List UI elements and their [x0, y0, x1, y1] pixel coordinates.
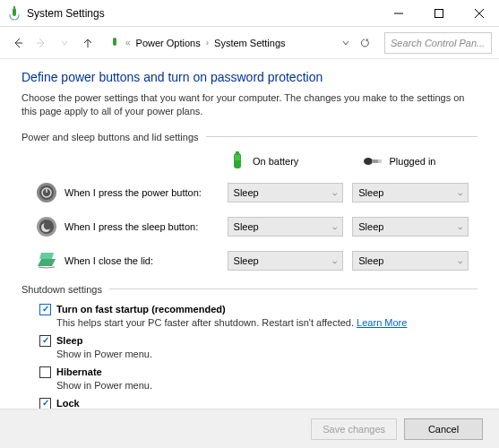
refresh-button[interactable]: [356, 34, 374, 52]
lid-icon: [36, 250, 57, 271]
up-button[interactable]: [77, 32, 99, 54]
sd-desc: This helps start your PC faster after sh…: [56, 317, 477, 328]
cancel-button[interactable]: Cancel: [404, 418, 483, 440]
row-close-lid: When I close the lid: Sleep⌵ Sleep⌵: [22, 250, 477, 271]
col-plugged: Plugged in: [363, 151, 478, 171]
window-title: System Settings: [27, 7, 378, 20]
checkbox-hibernate[interactable]: [39, 366, 51, 378]
battery-icon: [229, 151, 245, 171]
chevron-right-icon: ›: [204, 38, 211, 47]
sd-title: Hibernate: [56, 366, 102, 377]
sd-title: Lock: [56, 398, 80, 409]
maximize-button[interactable]: [418, 0, 459, 26]
minimize-button[interactable]: [378, 0, 418, 26]
chevron-down-icon: ⌵: [332, 222, 337, 231]
chevron-left-icon: «: [124, 38, 133, 47]
power-button-icon: [36, 182, 57, 203]
chevron-down-icon: ⌵: [458, 222, 462, 231]
row-power-button: When I press the power button: Sleep⌵ Sl…: [22, 182, 477, 203]
lid-plugged-select[interactable]: Sleep⌵: [352, 251, 469, 271]
svg-point-13: [364, 158, 373, 165]
sd-desc: Show in Power menu.: [56, 349, 477, 359]
save-button[interactable]: Save changes: [311, 418, 397, 440]
setting-label: When I press the sleep button:: [65, 221, 228, 232]
checkbox-sleep[interactable]: ✓: [39, 335, 51, 347]
checkbox-lock[interactable]: ✓: [39, 398, 51, 409]
sd-hibernate: Hibernate Show in Power menu.: [39, 366, 477, 391]
learn-more-link[interactable]: Learn More: [357, 317, 407, 328]
sd-sleep: ✓ Sleep Show in Power menu.: [39, 335, 477, 359]
content-area: Define power buttons and turn on passwor…: [0, 59, 499, 409]
svg-rect-1: [13, 6, 15, 8]
sd-fast-startup: ✓ Turn on fast startup (recommended) Thi…: [39, 304, 477, 328]
back-button[interactable]: [7, 32, 29, 54]
chevron-down-icon: ⌵: [458, 188, 462, 197]
shutdown-list: ✓ Turn on fast startup (recommended) Thi…: [22, 304, 477, 409]
plug-icon: [363, 153, 383, 169]
svg-rect-14: [372, 159, 378, 163]
chevron-down-icon: ⌵: [332, 256, 337, 265]
close-button[interactable]: [459, 0, 499, 26]
sd-title: Turn on fast startup (recommended): [56, 304, 226, 314]
row-sleep-button: When I press the sleep button: Sleep⌵ Sl…: [22, 216, 477, 237]
sleep-button-icon: [36, 216, 57, 237]
sleep-button-plugged-select[interactable]: Sleep⌵: [352, 217, 469, 237]
svg-rect-11: [236, 151, 239, 153]
title-bar: System Settings: [0, 0, 499, 27]
location-icon: [108, 36, 122, 50]
chevron-down-icon: ⌵: [332, 188, 337, 197]
sd-desc: Show in Power menu.: [56, 380, 477, 391]
forward-button[interactable]: [30, 32, 52, 54]
setting-label: When I close the lid:: [65, 255, 228, 266]
checkbox-fast-startup[interactable]: ✓: [39, 304, 51, 315]
power-button-plugged-select[interactable]: Sleep⌵: [352, 183, 469, 202]
svg-rect-12: [235, 155, 240, 160]
svg-rect-3: [434, 9, 443, 17]
sd-lock: ✓ Lock Show in account picture menu.: [39, 398, 477, 409]
app-icon: [7, 6, 22, 21]
search-placeholder: Search Control Pan...: [391, 38, 485, 48]
svg-rect-9: [113, 38, 116, 46]
chevron-down-icon: ⌵: [458, 256, 462, 265]
group-shutdown: Shutdown settings: [22, 284, 477, 295]
col-label: On battery: [253, 156, 298, 167]
svg-rect-0: [13, 8, 16, 16]
nav-bar: « Power Options › System Settings Search…: [0, 27, 499, 59]
power-button-battery-select[interactable]: Sleep⌵: [228, 183, 344, 202]
breadcrumb-item[interactable]: System Settings: [211, 36, 288, 50]
recent-button[interactable]: [54, 32, 75, 54]
sd-title: Sleep: [56, 335, 82, 346]
page-subtitle: Choose the power settings that you want …: [22, 91, 477, 119]
page-heading: Define power buttons and turn on passwor…: [22, 70, 477, 84]
breadcrumb-item[interactable]: Power Options: [133, 36, 204, 50]
group-buttons-lid: Power and sleep buttons and lid settings: [22, 132, 477, 142]
footer: Save changes Cancel: [0, 409, 499, 448]
sleep-button-battery-select[interactable]: Sleep⌵: [228, 217, 344, 237]
col-label: Plugged in: [390, 156, 436, 167]
dropdown-button[interactable]: [337, 34, 355, 52]
lid-battery-select[interactable]: Sleep⌵: [228, 251, 344, 271]
setting-label: When I press the power button:: [65, 187, 228, 198]
column-headers: On battery Plugged in: [229, 151, 477, 171]
address-bar[interactable]: « Power Options › System Settings: [104, 32, 377, 54]
col-battery: On battery: [229, 151, 345, 171]
search-input[interactable]: Search Control Pan...: [384, 32, 492, 54]
